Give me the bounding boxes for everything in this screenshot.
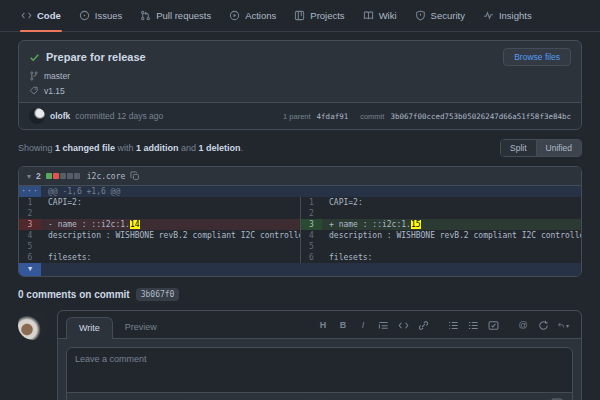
tag-icon (29, 86, 39, 96)
mention-button[interactable]: @ (517, 319, 529, 331)
line-number-added[interactable]: 3 (300, 219, 322, 230)
nav-tab-code[interactable]: Code (12, 0, 70, 31)
markdown-toolbar: H B I @ ▾ (317, 319, 573, 338)
nav-tab-wiki[interactable]: Wiki (354, 0, 406, 31)
caret-down-icon: ▾ (566, 322, 569, 329)
commit-meta-bar: olofk committed 12 days ago 1 parent 4fd… (19, 102, 581, 129)
copy-icon[interactable] (130, 171, 140, 181)
italic-button[interactable]: I (357, 319, 369, 331)
comment-input[interactable] (66, 347, 573, 393)
line-number-right[interactable]: 4 (300, 230, 322, 241)
expand-down-fill (41, 263, 581, 276)
line-number-left[interactable]: 4 (19, 230, 41, 241)
file-diff: ▾ 2 i2c.core ··· @@ -1,6 +1,6 @@ 1 CAPI=… (18, 166, 582, 277)
diff-line-context: 6 filesets: 6 filesets: (19, 252, 581, 263)
user-avatar[interactable] (18, 310, 48, 340)
line-number-right[interactable]: 6 (300, 252, 322, 263)
heading-icon: H (320, 320, 327, 330)
line-number-deleted[interactable]: 3 (19, 219, 41, 230)
attach-files-area[interactable]: Attach files by dragging & dropping, sel… (66, 392, 573, 400)
code-left: CAPI=2: (41, 197, 300, 208)
diff-view-toggle: Split Unified (500, 139, 582, 157)
author-login[interactable]: olofk (50, 111, 70, 121)
diffstat-blocks (46, 173, 80, 179)
nav-tab-label: Wiki (379, 10, 397, 21)
repo-nav: Code Issues Pull requests Actions Projec… (0, 0, 600, 32)
line-number-left[interactable]: 1 (19, 197, 41, 208)
bold-button[interactable]: B (337, 319, 349, 331)
diffstat-summary: Showing 1 changed file with 1 addition a… (18, 139, 582, 157)
book-icon (363, 10, 374, 21)
line-number-right[interactable]: 1 (300, 197, 322, 208)
line-number-right[interactable]: 2 (300, 208, 322, 219)
nav-tab-label: Projects (310, 10, 344, 21)
task-list-icon (488, 320, 499, 331)
file-header: ▾ 2 i2c.core (19, 167, 581, 186)
code-button[interactable] (397, 319, 409, 331)
commit-short-sha-badge[interactable]: 3b067f0 (136, 288, 180, 301)
bold-icon: B (340, 320, 347, 330)
line-number-left[interactable]: 5 (19, 241, 41, 252)
expand-down-button[interactable]: ▼ (19, 263, 41, 276)
commit-header-box: Prepare for release Browse files master … (18, 40, 582, 130)
code-deleted: - name : ::i2c:1.14 (41, 219, 300, 230)
file-name-link[interactable]: i2c.core (87, 172, 126, 181)
cross-reference-button[interactable] (537, 319, 549, 331)
line-number-left[interactable]: 2 (19, 208, 41, 219)
added-word-highlight: 15 (411, 220, 421, 229)
check-icon (29, 52, 40, 63)
unified-view-button[interactable]: Unified (536, 140, 581, 156)
git-branch-icon (29, 71, 39, 81)
comment-form: Write Preview H B I @ ▾ (18, 310, 582, 400)
commit-title: Prepare for release (46, 51, 497, 63)
diff-line-context: 1 CAPI=2: 1 CAPI=2: (19, 197, 581, 208)
quote-button[interactable] (377, 319, 389, 331)
graph-icon (483, 10, 494, 21)
additions-count: 1 addition (136, 143, 179, 153)
editor-tabs: Write Preview H B I @ ▾ (58, 311, 581, 339)
code-right (322, 241, 581, 252)
cross-reference-icon (538, 320, 549, 331)
line-number-left[interactable]: 6 (19, 252, 41, 263)
saved-replies-button[interactable]: ▾ (557, 319, 569, 331)
expand-hunk-button[interactable]: ··· (19, 186, 41, 197)
nav-tab-label: Insights (499, 10, 532, 21)
tag-name[interactable]: v1.15 (44, 86, 65, 96)
code-icon (21, 10, 32, 21)
diff-line-context: 2 2 (19, 208, 581, 219)
tab-write[interactable]: Write (66, 317, 113, 339)
link-button[interactable] (417, 319, 429, 331)
author-avatar[interactable] (29, 108, 45, 124)
browse-files-button[interactable]: Browse files (503, 48, 571, 66)
nav-tab-insights[interactable]: Insights (474, 0, 541, 31)
issue-opened-icon (79, 10, 90, 21)
unordered-list-icon (448, 320, 459, 331)
line-number-right[interactable]: 5 (300, 241, 322, 252)
branch-row: master (29, 71, 571, 81)
commit-sha: 3b067f00cced753b05026247d66a51f58f3e84bc (390, 112, 571, 121)
nav-tab-actions[interactable]: Actions (220, 0, 285, 31)
ordered-list-button[interactable] (467, 319, 479, 331)
link-icon (418, 320, 429, 331)
nav-tab-security[interactable]: Security (406, 0, 474, 31)
file-changes-count: 2 (36, 171, 41, 181)
split-view-button[interactable]: Split (501, 140, 536, 156)
parent-sha[interactable]: 4fdaf91 (317, 112, 349, 121)
hunk-header-text: @@ -1,6 +1,6 @@ (41, 186, 581, 197)
unordered-list-button[interactable] (447, 319, 459, 331)
nav-tab-label: Issues (95, 10, 122, 21)
branch-name[interactable]: master (44, 71, 70, 81)
nav-tab-issues[interactable]: Issues (70, 0, 131, 31)
chevron-down-icon[interactable]: ▾ (27, 172, 31, 181)
heading-button[interactable]: H (317, 319, 329, 331)
parent-label: 1 parent (283, 112, 311, 121)
nav-tab-pull-requests[interactable]: Pull requests (131, 0, 220, 31)
code-right: filesets: (322, 252, 581, 263)
task-list-button[interactable] (487, 319, 499, 331)
nav-tab-projects[interactable]: Projects (285, 0, 353, 31)
commit-label: commit (360, 112, 384, 121)
tab-preview[interactable]: Preview (113, 317, 169, 338)
code-added: + name : ::i2c:1.15 (322, 219, 581, 230)
nav-tab-label: Pull requests (156, 10, 211, 21)
summary-text: and (179, 143, 199, 153)
